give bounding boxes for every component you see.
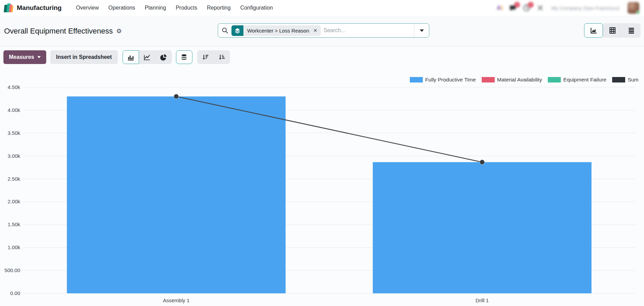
sum-point[interactable]	[174, 94, 179, 99]
legend-swatch	[548, 77, 561, 82]
menu-item[interactable]: Operations	[104, 5, 140, 11]
sort-desc-icon	[202, 54, 209, 61]
x-category-label: Assembly 1	[163, 297, 190, 303]
bar-Fully Productive Time[interactable]	[67, 97, 286, 293]
x-icon	[538, 5, 543, 11]
graph-toolbar: Measures Insert in Spreadsheet	[0, 47, 644, 74]
y-tick-label: 0.00	[10, 290, 20, 296]
ai-assistant-icon[interactable]: AI	[497, 4, 503, 12]
menu-item[interactable]: Products	[171, 5, 202, 11]
search-input[interactable]	[324, 27, 414, 34]
activities-badge: 0	[528, 2, 533, 8]
menu-item[interactable]: Overview	[71, 5, 104, 11]
page-title: Overall Equipment Effectiveness	[4, 27, 113, 36]
legend-item[interactable]: Material Availability	[482, 77, 542, 83]
y-tick-label: 500.00	[4, 267, 20, 273]
y-tick-label: 4.00k	[8, 107, 20, 113]
sort-descending-button[interactable]	[197, 50, 214, 64]
activities-icon[interactable]: 0	[523, 4, 530, 12]
pie-chart-button[interactable]	[155, 50, 172, 64]
legend-label: Fully Productive Time	[425, 77, 476, 83]
area-chart-icon	[590, 27, 597, 34]
company-name[interactable]: My Company (San Francisco)	[552, 5, 619, 11]
chevron-down-icon	[37, 56, 41, 58]
bar-chart-button[interactable]	[123, 50, 139, 64]
chart-type-group	[123, 50, 172, 64]
search-bar: Workcenter > Loss Reason ✕	[218, 23, 429, 38]
y-tick-label: 4.50k	[8, 84, 20, 90]
systray: AI 0 0 My Company (San Francisco)	[497, 2, 639, 14]
pivot-view-button[interactable]	[603, 23, 622, 38]
legend-swatch	[612, 77, 625, 82]
view-switcher	[584, 23, 641, 38]
facet-remove-icon[interactable]: ✕	[313, 25, 321, 36]
search-facet-groupby[interactable]: Workcenter > Loss Reason ✕	[231, 25, 321, 36]
facet-label: Workcenter > Loss Reason	[243, 25, 313, 36]
legend-label: Material Availability	[497, 77, 542, 83]
insert-in-spreadsheet-button[interactable]: Insert in Spreadsheet	[50, 50, 118, 64]
pie-chart-icon	[160, 54, 167, 61]
measures-label: Measures	[9, 54, 34, 60]
menu-item[interactable]: Planning	[140, 5, 171, 11]
user-avatar[interactable]	[628, 2, 639, 14]
legend-item[interactable]: Equipment Failure	[548, 77, 606, 83]
line-chart-icon	[143, 54, 151, 61]
app-name[interactable]: Manufacturing	[17, 4, 62, 12]
sort-asc-icon	[218, 54, 225, 61]
y-tick-label: 1.00k	[8, 244, 20, 250]
legend-label: Equipment Failure	[563, 77, 606, 83]
messages-badge: 0	[514, 2, 520, 8]
sort-group	[197, 50, 230, 64]
pivot-table-icon	[609, 27, 616, 34]
sum-point[interactable]	[480, 160, 484, 165]
legend-item[interactable]: Sum	[612, 77, 639, 83]
main-menu: OverviewOperationsPlanningProductsReport…	[71, 5, 278, 11]
y-tick-label: 2.50k	[8, 176, 20, 182]
group-by-layers-icon	[231, 25, 243, 36]
close-session-icon[interactable]	[536, 4, 544, 12]
stacked-toggle-button[interactable]	[176, 50, 192, 64]
online-status-dot	[636, 11, 640, 14]
chevron-down-icon	[420, 29, 424, 32]
list-icon	[628, 27, 635, 34]
legend-item[interactable]: Fully Productive Time	[410, 77, 476, 83]
y-tick-label: 3.50k	[8, 130, 20, 136]
legend-swatch	[482, 77, 495, 82]
sort-ascending-button[interactable]	[214, 50, 230, 64]
x-category-label: Drill 1	[476, 297, 489, 303]
control-panel: Overall Equipment Effectiveness ⚙ Workce…	[0, 16, 644, 47]
line-chart-button[interactable]	[139, 50, 155, 64]
legend-label: Sum	[628, 77, 639, 83]
gear-icon[interactable]: ⚙	[116, 27, 122, 35]
y-tick-label: 2.00k	[8, 199, 20, 204]
graph-view-button[interactable]	[584, 23, 603, 38]
list-view-button[interactable]	[622, 23, 641, 38]
chart-legend: Fully Productive TimeMaterial Availabili…	[410, 77, 639, 83]
menu-item[interactable]: Reporting	[202, 5, 235, 11]
y-tick-label: 3.00k	[8, 153, 20, 159]
chart-region: Fully Productive TimeMaterial Availabili…	[0, 74, 644, 306]
search-dropdown-toggle[interactable]	[414, 24, 429, 37]
manufacturing-app-icon[interactable]	[4, 3, 14, 13]
measures-button[interactable]: Measures	[3, 50, 46, 64]
insert-label: Insert in Spreadsheet	[56, 54, 112, 60]
stacked-database-icon	[180, 54, 188, 61]
bar-Fully Productive Time[interactable]	[373, 162, 592, 293]
chart-canvas[interactable]: 0.00500.001.00k1.50k2.00k2.50k3.00k3.50k…	[0, 74, 644, 306]
search-icon	[222, 27, 228, 34]
top-navbar: Manufacturing OverviewOperationsPlanning…	[0, 0, 644, 16]
y-tick-label: 1.50k	[8, 221, 20, 227]
menu-item[interactable]: Configuration	[236, 5, 278, 11]
legend-swatch	[410, 77, 423, 82]
bar-chart-icon	[127, 54, 134, 61]
messages-icon[interactable]: 0	[509, 4, 517, 12]
